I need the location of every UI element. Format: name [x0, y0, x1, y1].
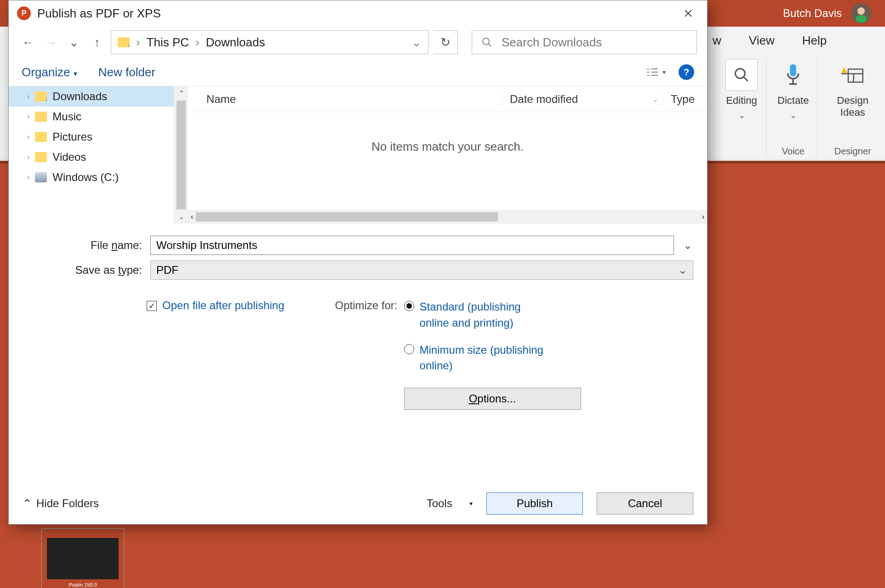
tools-menu[interactable]: Tools ▾	[427, 497, 473, 510]
thumbnail-image	[47, 538, 119, 579]
folder-icon	[35, 112, 47, 122]
breadcrumb-folder[interactable]: Downloads	[206, 35, 265, 50]
editing-button[interactable]: Editing ⌄	[725, 59, 758, 120]
svg-line-4	[744, 77, 748, 81]
tree-item-label: Downloads	[52, 90, 107, 103]
folder-icon	[35, 132, 47, 142]
options-area: ✓ Open file after publishing Optimize fo…	[9, 290, 707, 424]
avatar[interactable]	[851, 3, 871, 23]
editing-label: Editing	[726, 95, 757, 107]
dictate-button[interactable]: Dictate ⌄	[777, 59, 809, 120]
column-date[interactable]: Date modified⌄	[502, 93, 663, 106]
up-button[interactable]: ↑	[88, 33, 106, 51]
listing-scrollbar[interactable]: ‹›	[188, 210, 707, 224]
microphone-icon	[782, 59, 805, 91]
forward-button[interactable]: →	[42, 33, 60, 51]
tree-item-downloads[interactable]: ›Downloads	[9, 86, 174, 107]
tab-view[interactable]: View	[749, 34, 775, 48]
dictate-label: Dictate	[777, 95, 809, 107]
help-icon[interactable]: ?	[679, 64, 694, 80]
chevron-up-icon: ⌃	[23, 497, 32, 510]
savetype-combo[interactable]: PDF⌄	[150, 260, 693, 280]
checkbox-icon: ✓	[147, 301, 157, 311]
publish-button[interactable]: Publish	[486, 492, 583, 514]
design-ideas-label: Design Ideas	[828, 95, 877, 119]
new-folder-button[interactable]: New folder	[98, 65, 155, 79]
slide-thumbnail[interactable]: Psalm 150:3	[41, 528, 124, 588]
chevron-down-icon[interactable]: ⌄	[411, 35, 422, 50]
hide-folders-button[interactable]: ⌃ Hide Folders	[23, 497, 99, 510]
tab-help[interactable]: Help	[802, 34, 827, 48]
filename-input[interactable]	[150, 236, 674, 255]
nav-row: ← → ⌄ ↑ › This PC › Downloads ⌄ ↻ Search…	[9, 26, 707, 58]
voice-group: Dictate ⌄ Voice	[769, 59, 817, 159]
tree-item-videos[interactable]: ›Videos	[9, 147, 174, 167]
search-icon	[725, 59, 758, 91]
design-ideas-icon	[841, 59, 864, 91]
hide-folders-label: Hide Folders	[36, 497, 99, 510]
folder-tree: ›Downloads ›Music ›Pictures ›Videos ›Win…	[9, 86, 174, 224]
search-icon	[481, 37, 492, 48]
thumbnail-caption: Psalm 150:3	[69, 582, 97, 588]
breadcrumb-root[interactable]: This PC	[147, 35, 189, 50]
chevron-down-icon: ⌄	[738, 110, 745, 120]
open-after-label: Open file after publishing	[162, 299, 285, 312]
radio-icon	[404, 301, 414, 311]
view-mode-button[interactable]: ▾	[646, 67, 666, 77]
refresh-button[interactable]: ↻	[433, 30, 458, 54]
savetype-value: PDF	[156, 264, 178, 277]
savetype-label: Save as type:	[23, 264, 142, 277]
svg-point-13	[483, 38, 489, 45]
breadcrumb-sep: ›	[136, 35, 140, 50]
organize-menu[interactable]: Organize ▾	[22, 65, 77, 79]
svg-rect-8	[848, 69, 863, 82]
designer-group: Design Ideas Designer	[820, 59, 885, 159]
radio-standard-label: Standard (publishing online and printing…	[420, 299, 548, 331]
radio-standard[interactable]: Standard (publishing online and printing…	[404, 299, 581, 331]
address-bar[interactable]: › This PC › Downloads ⌄	[111, 30, 428, 54]
options-button[interactable]: Options...	[404, 388, 581, 410]
column-name[interactable]: Name	[188, 93, 502, 106]
optimize-label: Optimize for:	[335, 299, 398, 312]
tree-item-c-drive[interactable]: ›Windows (C:)	[9, 167, 174, 187]
folder-icon	[35, 91, 47, 102]
radio-icon	[404, 344, 414, 354]
radio-minimum[interactable]: Minimum size (publishing online)	[404, 342, 581, 374]
tree-item-pictures[interactable]: ›Pictures	[9, 127, 174, 147]
close-button[interactable]	[678, 3, 699, 24]
tab-fragment[interactable]: w	[713, 34, 721, 48]
tree-item-label: Videos	[52, 151, 86, 164]
column-type[interactable]: Type	[663, 93, 707, 106]
svg-line-14	[488, 44, 491, 46]
radio-minimum-label: Minimum size (publishing online)	[420, 342, 548, 374]
designer-group-label: Designer	[834, 146, 871, 157]
file-browser: ›Downloads ›Music ›Pictures ›Videos ›Win…	[9, 86, 707, 224]
tree-scrollbar[interactable]: ⌃⌄	[174, 86, 188, 224]
column-headers: Name Date modified⌄ Type	[188, 86, 707, 112]
search-placeholder: Search Downloads	[502, 35, 602, 50]
breadcrumb-sep: ›	[195, 35, 200, 50]
back-button[interactable]: ←	[19, 33, 37, 51]
powerpoint-icon: P	[17, 6, 31, 20]
dialog-toolbar: Organize ▾ New folder ▾ ?	[9, 58, 707, 86]
search-box[interactable]: Search Downloads	[472, 30, 697, 54]
chevron-down-icon: ⌄	[790, 110, 797, 120]
voice-group-label: Voice	[782, 146, 805, 157]
chevron-down-icon: ⌄	[678, 264, 687, 277]
editing-group: Editing ⌄	[717, 59, 766, 159]
recent-dropdown[interactable]: ⌄	[65, 33, 83, 51]
tree-item-label: Pictures	[52, 130, 92, 143]
empty-message: No items match your search.	[188, 112, 707, 210]
folder-icon	[35, 152, 47, 162]
drive-icon	[35, 172, 47, 182]
file-listing: Name Date modified⌄ Type No items match …	[188, 86, 707, 224]
design-ideas-button[interactable]: Design Ideas	[828, 59, 877, 119]
tree-item-label: Music	[52, 110, 81, 123]
cancel-button[interactable]: Cancel	[597, 492, 693, 514]
folder-icon	[118, 37, 130, 47]
open-after-checkbox[interactable]: ✓ Open file after publishing	[147, 299, 285, 410]
filename-label: File name:	[23, 239, 142, 252]
tree-item-music[interactable]: ›Music	[9, 107, 174, 127]
dialog-title: Publish as PDF or XPS	[37, 6, 161, 21]
chevron-down-icon[interactable]: ⌄	[682, 239, 693, 252]
